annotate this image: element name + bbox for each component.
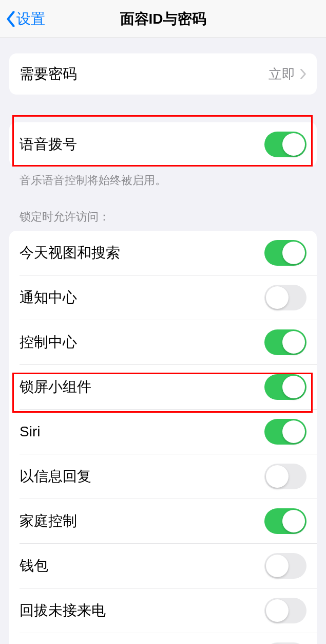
page-title: 面容ID与密码: [120, 9, 206, 29]
lock-access-label: 以信息回复: [20, 467, 91, 486]
navigation-bar: 设置 面容ID与密码: [0, 0, 326, 38]
chevron-left-icon: [6, 11, 15, 27]
voice-dial-toggle[interactable]: [264, 132, 306, 157]
lock-access-row: 钱包: [20, 543, 317, 588]
lock-access-label: 钱包: [20, 556, 48, 576]
lock-access-toggle[interactable]: [264, 553, 306, 579]
lock-access-toggle[interactable]: [264, 508, 306, 534]
lock-access-label: 锁屏小组件: [20, 377, 91, 397]
lock-access-toggle[interactable]: [264, 464, 306, 489]
lock-access-header: 锁定时允许访问：: [9, 189, 317, 231]
lock-access-row: 通知中心: [20, 275, 317, 320]
voice-dial-row: 语音拨号: [9, 122, 317, 167]
lock-access-label: Siri: [20, 424, 40, 440]
lock-access-toggle[interactable]: [264, 285, 306, 310]
require-passcode-value: 立即: [269, 65, 306, 83]
lock-access-group: 今天视图和搜索通知中心控制中心锁屏小组件Siri以信息回复家庭控制钱包回拔未接来…: [9, 231, 317, 644]
voice-dial-footer: 音乐语音控制将始终被启用。: [9, 167, 317, 189]
lock-access-label: 今天视图和搜索: [20, 243, 120, 263]
voice-dial-group: 语音拨号: [9, 122, 317, 167]
lock-access-row: 家庭控制: [20, 499, 317, 543]
voice-dial-label: 语音拨号: [20, 135, 77, 154]
chevron-right-icon: [300, 69, 306, 79]
lock-access-row: USB配件: [20, 633, 317, 644]
lock-access-row: 锁屏小组件: [20, 364, 317, 409]
lock-access-label: 回拔未接来电: [20, 601, 106, 620]
require-passcode-label: 需要密码: [20, 64, 77, 84]
lock-access-label: 家庭控制: [20, 511, 77, 531]
lock-access-row: Siri: [20, 409, 317, 454]
lock-access-row: 以信息回复: [20, 454, 317, 499]
lock-access-label: 通知中心: [20, 288, 77, 307]
back-button[interactable]: 设置: [6, 9, 45, 29]
lock-access-toggle[interactable]: [264, 374, 306, 400]
lock-access-toggle[interactable]: [264, 419, 306, 445]
lock-access-row: 今天视图和搜索: [9, 231, 317, 275]
lock-access-label: 控制中心: [20, 333, 77, 352]
lock-access-toggle[interactable]: [264, 240, 306, 266]
lock-access-toggle[interactable]: [264, 598, 306, 623]
back-label: 设置: [16, 9, 45, 29]
lock-access-row: 控制中心: [20, 320, 317, 364]
lock-access-row: 回拔未接来电: [20, 588, 317, 633]
require-passcode-row[interactable]: 需要密码 立即: [9, 53, 317, 95]
passcode-group: 需要密码 立即: [9, 53, 317, 95]
lock-access-toggle[interactable]: [264, 329, 306, 355]
